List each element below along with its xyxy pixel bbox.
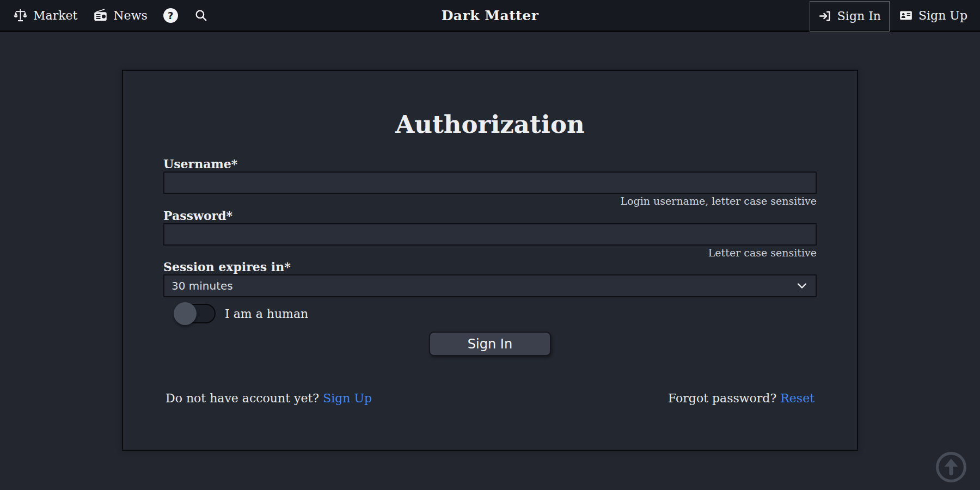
nav-sign-up-button[interactable]: Sign Up [891,0,976,30]
reset-link[interactable]: Reset [780,391,814,405]
password-helper-text: Letter case sensitive [163,247,817,259]
session-selected-value: 30 minutes [171,279,233,292]
id-card-icon [899,8,913,22]
page-title: Authorization [163,110,817,139]
search-icon [194,8,208,22]
username-input[interactable] [163,171,817,194]
username-label: Username* [163,157,817,171]
toggle-knob [174,302,197,325]
sign-in-submit-button[interactable]: Sign In [429,332,551,356]
authorization-card: Authorization Username* Login username, … [122,70,858,451]
nav-sign-up-label: Sign Up [918,9,967,22]
radio-icon [93,8,108,23]
arrow-up-circle-icon [935,451,967,483]
human-toggle-switch[interactable] [174,304,216,323]
navbar-right-group: Sign In Sign Up [810,0,980,32]
nav-item-market[interactable]: Market [13,8,77,23]
nav-sign-in-label: Sign In [837,9,881,23]
search-button[interactable] [194,8,208,22]
app-title: Dark Matter [442,8,539,23]
scales-icon [13,8,28,23]
top-navbar: Market News ? [0,0,980,32]
nav-item-news-label: News [113,9,147,22]
scroll-to-top-button[interactable] [935,451,967,483]
forgot-prompt-text: Forgot password? [668,391,776,405]
navbar-left-group: Market News ? [13,8,208,23]
nav-item-market-label: Market [33,9,77,22]
nav-item-news[interactable]: News [93,8,147,23]
question-circle-icon: ? [163,8,178,23]
auth-form: Username* Login username, letter case se… [163,157,817,405]
nav-sign-in-button[interactable]: Sign In [810,1,890,32]
human-toggle-label: I am a human [225,307,308,321]
password-label: Password* [163,209,817,223]
signup-prompt-line: Do not have account yet? Sign Up [166,391,372,405]
sign-in-arrow-icon [818,9,832,23]
signup-prompt-text: Do not have account yet? [166,391,319,405]
password-input[interactable] [163,223,817,246]
help-button[interactable]: ? [163,8,178,23]
session-expires-select[interactable]: 30 minutes [163,274,817,297]
signup-link[interactable]: Sign Up [323,391,372,405]
forgot-password-line: Forgot password? Reset [668,391,814,405]
session-expires-label: Session expires in* [163,260,817,274]
auth-links-row: Do not have account yet? Sign Up Forgot … [163,391,817,405]
human-toggle-row: I am a human [174,304,817,323]
chevron-down-icon [797,283,807,289]
username-helper-text: Login username, letter case sensitive [163,195,817,207]
